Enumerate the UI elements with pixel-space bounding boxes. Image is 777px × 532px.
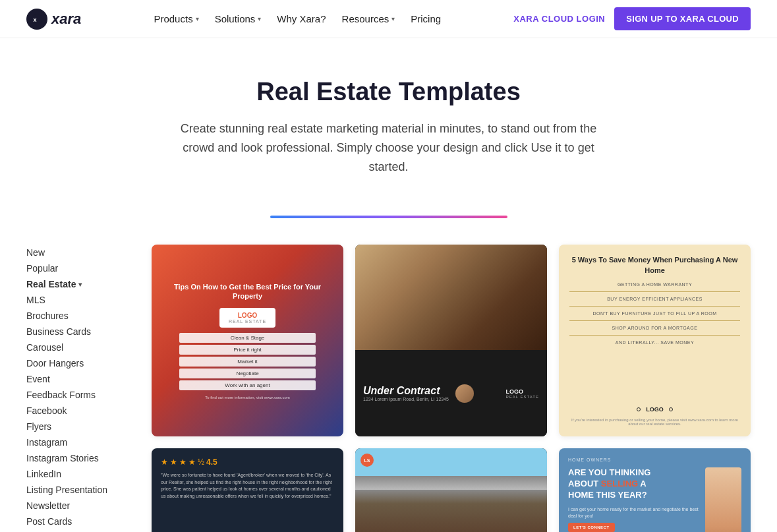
card-4-quote: "We were so fortunate to have found 'Age… [161,472,334,532]
list-item: GETTING A HOME WARRANTY [569,282,740,287]
chevron-down-icon: ▾ [391,15,395,22]
card-2-address: 1234 Lorem Ipsum Road, Berlin, LI 12345 [363,397,449,401]
card-6-subtitle: I can get your home ready for the market… [568,506,699,519]
sidebar-item-instagram-stories[interactable]: Instagram Stories [26,450,132,466]
list-item: AND LITERALLY... SAVE MONEY [569,340,740,345]
hero-subtitle: Create stunning real estate marketing ma… [171,119,606,176]
card-3-dot [637,407,641,411]
gradient-line [270,216,507,218]
list-item: Negotiate [179,369,316,378]
nav-pricing[interactable]: Pricing [411,13,441,24]
navbar: x xara Products ▾ Solutions ▾ Why Xara? … [0,0,777,38]
card-6-title: ARE YOU THINKINGABOUT SELLING AHOME THIS… [568,467,699,501]
card-4-rating: 4.5 [206,458,217,467]
card-6-connect-button[interactable]: LET'S CONNECT [568,523,615,532]
template-card-5[interactable]: LS Underagreement Bedrooms10 Living area… [355,448,547,532]
card-2-photo-inner [355,245,547,350]
sidebar-item-linkedin[interactable]: LinkedIn [26,466,132,482]
template-card-2[interactable]: Under Contract 1234 Lorem Ipsum Road, Be… [355,245,547,436]
sidebar-item-real-estate[interactable]: Real Estate ▾ [26,276,132,292]
template-card-1[interactable]: Tips On How to Get the Best Price for Yo… [152,245,343,436]
sidebar: New Popular Real Estate ▾ MLS Brochures … [26,245,132,532]
card-1-footer: To find out more information, visit www.… [205,396,290,399]
template-card-3[interactable]: 5 Ways To Save Money When Purchasing A N… [559,245,751,436]
login-button[interactable]: XARA CLOUD LOGIN [513,14,605,24]
card-1-logo-text: LOGO [229,312,266,319]
card-2-label: Under Contract [363,385,449,397]
card-2-logo: LOGO REAL ESTATE [505,388,539,399]
sidebar-item-brochures[interactable]: Brochures [26,308,132,324]
card-2-text: Under Contract 1234 Lorem Ipsum Road, Be… [363,385,449,401]
sidebar-item-event[interactable]: Event [26,371,132,387]
template-card-6[interactable]: HOME OWNERS ARE YOU THINKINGABOUT SELLIN… [559,448,751,532]
signup-button[interactable]: SIGN UP TO XARA CLOUD [614,7,751,30]
sidebar-item-carousel[interactable]: Carousel [26,340,132,355]
hero-section: Real Estate Templates Create stunning re… [0,38,777,196]
list-item: Work with an agent [179,380,316,390]
card-3-items: GETTING A HOME WARRANTY BUY ENERGY EFFIC… [569,282,740,399]
card-3-logo-text: LOGO [646,406,664,413]
list-item: Clean & Stage [179,333,316,343]
sidebar-item-newsletter[interactable]: Newsletter [26,498,132,514]
nav-resources[interactable]: Resources ▾ [342,13,395,24]
nav-actions: XARA CLOUD LOGIN SIGN UP TO XARA CLOUD [513,7,751,30]
card-1-items: Clean & Stage Price it right Market it N… [179,333,316,390]
card-3-title: 5 Ways To Save Money When Purchasing A N… [569,255,740,276]
sidebar-item-door-hangers[interactable]: Door Hangers [26,355,132,371]
logo[interactable]: x xara [26,9,81,30]
card-2-bottom: Under Contract 1234 Lorem Ipsum Road, Be… [355,350,547,436]
card-3-dot [669,407,673,411]
chevron-down-icon: ▾ [78,281,82,288]
logo-icon: x [26,9,47,30]
star-icon: ★ [188,458,196,467]
card-2-avatar [455,384,474,403]
card-2-logo-text: LOGO [505,388,539,395]
list-item: Market it [179,357,316,367]
card-3-divider [569,306,740,307]
main-content: New Popular Real Estate ▾ MLS Brochures … [0,231,777,532]
logo-text: xara [51,11,81,28]
card-3-divider [569,335,740,336]
template-card-4[interactable]: ★ ★ ★ ★ ½ 4.5 "We were so fortunate to h… [152,448,343,532]
star-icon: ★ [170,458,177,467]
card-3-logo-row: LOGO [569,406,740,413]
card-1-logo-sub: REAL ESTATE [229,319,266,324]
list-item: SHOP AROUND FOR A MORTGAGE [569,326,740,330]
sidebar-item-listing-presentation[interactable]: Listing Presentation [26,482,132,498]
nav-solutions[interactable]: Solutions ▾ [215,13,262,24]
sidebar-item-sign-in-sheets[interactable]: Sign-in Sheets [26,529,132,532]
nav-links: Products ▾ Solutions ▾ Why Xara? Resourc… [154,13,441,24]
card-2-photo [355,245,547,350]
list-item: DON'T BUY FURNITURE JUST TO FILL UP A RO… [569,311,740,316]
svg-text:x: x [34,16,37,22]
card-5-house [355,448,547,532]
card-6-text: ARE YOU THINKINGABOUT SELLING AHOME THIS… [568,467,699,532]
card-1-logo-box: LOGO REAL ESTATE [219,308,275,328]
card-3-footer: If you're interested in purchasing or se… [569,418,740,426]
card-3-divider [569,291,740,292]
card-6-photo [705,467,741,532]
nav-why-xara[interactable]: Why Xara? [277,13,326,24]
sidebar-item-mls[interactable]: MLS [26,292,132,308]
sidebar-item-post-cards[interactable]: Post Cards [26,514,132,529]
sidebar-item-popular[interactable]: Popular [26,260,132,276]
sidebar-item-business-cards[interactable]: Business Cards [26,324,132,340]
list-item: BUY ENERGY EFFICIENT APPLIANCES [569,297,740,301]
sidebar-item-flyers[interactable]: Flyers [26,419,132,434]
half-star-icon: ½ [198,458,204,467]
sidebar-item-feedback-forms[interactable]: Feedback Forms [26,387,132,403]
sidebar-item-new[interactable]: New [26,245,132,260]
card-6-content: ARE YOU THINKINGABOUT SELLING AHOME THIS… [568,467,741,532]
list-item: Price it right [179,345,316,355]
page-title: Real Estate Templates [13,78,764,106]
sidebar-item-instagram[interactable]: Instagram [26,434,132,450]
template-grid: Tips On How to Get the Best Price for Yo… [152,245,751,532]
sidebar-item-facebook[interactable]: Facebook [26,403,132,419]
chevron-down-icon: ▾ [258,15,261,22]
card-1-title: Tips On How to Get the Best Price for Yo… [162,282,333,301]
card-2-logo-sub: REAL ESTATE [505,395,539,399]
nav-products[interactable]: Products ▾ [154,13,198,24]
star-icon: ★ [161,458,168,467]
card-5-photo: LS [355,448,547,532]
star-icon: ★ [179,458,187,467]
